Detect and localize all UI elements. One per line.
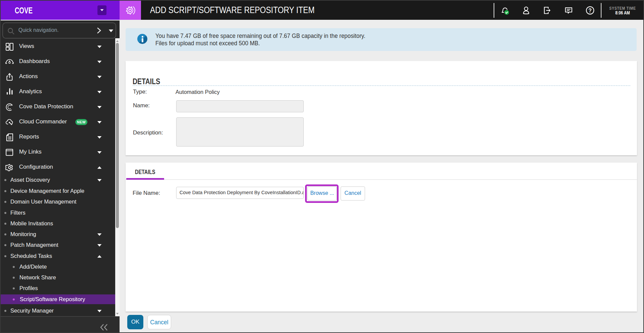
svg-text:?: ? [588, 8, 592, 13]
